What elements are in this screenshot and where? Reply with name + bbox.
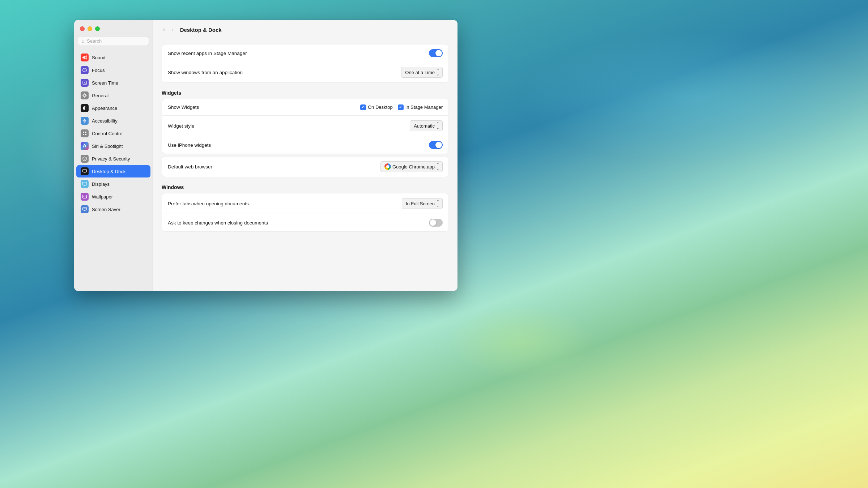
sidebar-item-displays-label: Displays: [92, 181, 110, 187]
toggle-knob: [435, 50, 442, 56]
sidebar-item-accessibility[interactable]: Accessibility: [76, 115, 150, 127]
titlebar: ‹ › Desktop & Dock: [153, 20, 458, 38]
sidebar-item-general-label: General: [92, 93, 109, 98]
browser-arrows-icon: ⌃⌄: [436, 163, 439, 171]
widget-style-select[interactable]: Automatic ⌃⌄: [410, 120, 443, 131]
ask-keep-changes-knob: [430, 219, 436, 226]
sidebar-item-appearance-label: Appearance: [92, 106, 117, 111]
sound-icon: [81, 53, 89, 61]
ask-keep-changes-toggle[interactable]: [429, 219, 443, 227]
privacy-icon: [81, 155, 89, 163]
in-stage-manager-checkmark: ✓: [399, 105, 402, 110]
prefer-tabs-select[interactable]: In Full Screen ⌃⌄: [402, 198, 443, 209]
show-windows-label: Show windows from an application: [168, 70, 243, 75]
on-desktop-checkbox[interactable]: ✓: [360, 104, 366, 110]
default-browser-select[interactable]: Google Chrome.app ⌃⌄: [380, 161, 443, 172]
close-button[interactable]: [80, 26, 85, 31]
sidebar-item-displays[interactable]: Displays: [76, 178, 150, 190]
widget-style-label: Widget style: [168, 123, 195, 129]
prefer-tabs-value: In Full Screen: [406, 201, 435, 206]
show-windows-select[interactable]: One at a Time ⌃⌄: [401, 67, 443, 78]
search-icon: ⌕: [82, 38, 85, 44]
accessibility-icon: [81, 117, 89, 125]
svg-rect-8: [83, 170, 87, 172]
sidebar-item-general[interactable]: General: [76, 89, 150, 102]
back-button[interactable]: ‹: [162, 26, 166, 34]
svg-rect-9: [84, 173, 86, 174]
svg-rect-4: [83, 132, 84, 133]
widget-style-row: Widget style Automatic ⌃⌄: [162, 116, 448, 136]
default-browser-label: Default web browser: [168, 164, 212, 170]
sidebar-item-focus-label: Focus: [92, 68, 105, 73]
forward-button[interactable]: ›: [170, 26, 175, 34]
on-desktop-label: On Desktop: [368, 104, 393, 110]
show-windows-value: One at a Time: [405, 70, 435, 75]
chrome-icon: [384, 163, 391, 170]
sidebar-item-control-centre[interactable]: Control Centre: [76, 127, 150, 140]
ask-keep-changes-control: [429, 219, 443, 227]
svg-point-1: [84, 94, 86, 97]
screensaver-icon: [81, 205, 89, 213]
controlcentre-icon: [81, 129, 89, 137]
ask-keep-changes-label: Ask to keep changes when closing documen…: [168, 220, 268, 226]
show-widgets-control: ✓ On Desktop ✓ In Stage Manager: [360, 104, 443, 110]
sidebar-list: Sound Focus: [74, 50, 153, 291]
show-recent-apps-label: Show recent apps in Stage Manager: [168, 51, 247, 56]
sidebar-item-wallpaper[interactable]: Wallpaper: [76, 191, 150, 203]
in-stage-manager-checkbox[interactable]: ✓: [398, 104, 404, 110]
use-iphone-widgets-label: Use iPhone widgets: [168, 142, 211, 148]
svg-rect-7: [85, 134, 86, 135]
sidebar-item-focus[interactable]: Focus: [76, 64, 150, 76]
sidebar-item-privacy[interactable]: Privacy & Security: [76, 153, 150, 165]
content-scroll: Show recent apps in Stage Manager Show w…: [153, 38, 458, 291]
use-iphone-widgets-toggle[interactable]: [429, 141, 443, 149]
show-windows-row: Show windows from an application One at …: [162, 62, 448, 82]
widgets-section: Show Widgets ✓ On Desktop ✓: [162, 99, 449, 154]
minimize-button[interactable]: [88, 26, 92, 31]
svg-rect-13: [83, 195, 87, 198]
sidebar-item-screen-saver-label: Screen Saver: [92, 207, 120, 212]
show-widgets-label: Show Widgets: [168, 104, 199, 110]
sidebar-item-accessibility-label: Accessibility: [92, 118, 118, 124]
sidebar-item-privacy-label: Privacy & Security: [92, 156, 130, 162]
default-browser-control: Google Chrome.app ⌃⌄: [380, 161, 443, 172]
browser-label: Google Chrome.app: [392, 164, 435, 170]
settings-window: ⌕ Search Sound: [74, 20, 458, 291]
svg-rect-5: [85, 132, 86, 133]
widget-style-value: Automatic: [414, 123, 435, 129]
svg-rect-6: [83, 134, 84, 135]
in-stage-manager-checkbox-item: ✓ In Stage Manager: [398, 104, 443, 110]
siri-icon: [81, 142, 89, 150]
general-icon: [81, 91, 89, 99]
ask-keep-changes-row: Ask to keep changes when closing documen…: [162, 214, 448, 231]
search-bar[interactable]: ⌕ Search: [78, 36, 149, 46]
show-recent-apps-toggle[interactable]: [429, 49, 443, 57]
sidebar: ⌕ Search Sound: [74, 20, 153, 291]
on-desktop-checkmark: ✓: [361, 105, 365, 110]
focus-icon: [81, 66, 89, 74]
default-browser-section: Default web browser Google Chrome.app ⌃⌄: [162, 156, 449, 177]
maximize-button[interactable]: [95, 26, 100, 31]
main-content: ‹ › Desktop & Dock Show recent apps in S…: [153, 20, 458, 291]
sidebar-item-screen-time[interactable]: Screen Time: [76, 77, 150, 89]
appearance-icon: [81, 104, 89, 112]
prefer-tabs-label: Prefer tabs when opening documents: [168, 201, 249, 206]
svg-point-3: [84, 119, 85, 120]
sidebar-item-siri[interactable]: Siri & Spotlight: [76, 140, 150, 152]
prefer-tabs-row: Prefer tabs when opening documents In Fu…: [162, 193, 448, 214]
sidebar-item-sound[interactable]: Sound: [76, 51, 150, 64]
traffic-lights: [74, 20, 153, 36]
screentime-icon: [81, 79, 89, 87]
use-iphone-widgets-control: [429, 141, 443, 149]
svg-rect-10: [82, 182, 87, 185]
sidebar-item-appearance[interactable]: Appearance: [76, 102, 150, 114]
sidebar-item-desktop-dock[interactable]: Desktop & Dock: [76, 165, 150, 177]
show-recent-apps-control: [429, 49, 443, 57]
sidebar-item-screen-saver[interactable]: Screen Saver: [76, 203, 150, 215]
use-iphone-widgets-row: Use iPhone widgets: [162, 136, 448, 154]
search-placeholder: Search: [87, 38, 102, 44]
wallpaper-icon: [81, 193, 89, 201]
sidebar-item-screen-time-label: Screen Time: [92, 80, 118, 86]
in-stage-manager-label: In Stage Manager: [405, 104, 443, 110]
stage-manager-section: Show recent apps in Stage Manager Show w…: [162, 44, 449, 83]
